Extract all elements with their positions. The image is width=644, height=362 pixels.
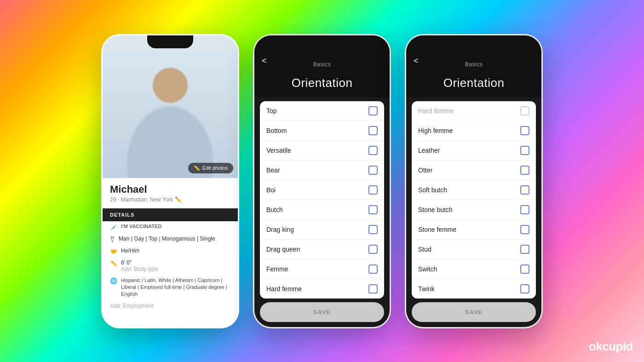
logo-text: okcupid [589,339,633,353]
add-employment-text: Add: Employment [110,303,154,309]
orientation-checkbox[interactable] [368,166,378,175]
orientation-item[interactable]: Otter [412,161,536,180]
vaccinated-item: 💉 I'M VACCINATED [103,221,238,233]
pronouns-icon: 🤝 [110,248,117,255]
orientation-item[interactable]: Stone femme [412,220,536,240]
orientation-checkbox[interactable] [520,284,529,293]
add-body-type[interactable]: Add: Body type [121,266,158,272]
phone3-basics-label: Basics [465,61,483,68]
phones-container: ✏️ Edit photos Michael 29 · Manhattan, N… [0,0,644,362]
profile-image: ✏️ Edit photos [103,35,238,178]
orientation-label: Boi [266,186,276,194]
orientation-title-bar-2: Orientation [406,72,541,98]
height-text: 6' 0" [121,259,158,266]
orientation-item[interactable]: Switch [412,259,536,279]
orientation-checkbox[interactable] [368,106,378,115]
orientation-item[interactable]: Leather [412,141,536,161]
orientation-label: Stud [418,246,431,253]
save-button-2[interactable]: SAVE [412,302,536,322]
orientation-item[interactable]: Butch [260,200,384,220]
orientation-item[interactable]: Bear [260,161,384,180]
orientation-checkbox[interactable] [520,106,529,115]
orientation-checkbox[interactable] [520,264,529,274]
phone-orientation-1: < Basics Orientation TopBottomVersatileB… [253,34,391,328]
orientation-label: Butch [266,206,283,213]
notch-3 [451,35,497,48]
attributes-text: Man | Gay | Top | Monogamous | Single [119,236,215,242]
orientation-label: Bottom [266,127,287,134]
orientation-label: Drag queen [266,246,300,253]
ethnicity-item: 🌐 Hispanic / Latin, White | Atheism | Ca… [103,275,238,300]
orientation-item[interactable]: Versatile [260,141,384,161]
edit-photos-label: Edit photos [202,165,228,171]
phone-orientation-2: < Basics Orientation Hard femmeHigh femm… [405,34,543,328]
orientation-title-1: Orientation [262,76,382,90]
orientation-checkbox[interactable] [368,264,378,274]
camera-icon: ✏️ [194,165,200,171]
orientation-label: Twink [418,285,435,293]
profile-name: Michael [110,184,230,195]
orientation-checkbox[interactable] [520,245,529,254]
orientation-item[interactable]: Drag queen [260,240,384,259]
orientation-checkbox[interactable] [520,205,529,214]
orientation-label: Leather [418,147,440,154]
details-header: DETAILS [103,208,238,221]
orientation-label: Bear [266,167,280,174]
orientation-label: Switch [418,265,437,273]
orientation-item[interactable]: Stone butch [412,200,536,220]
age-location: 29 · Manhattan, New York [110,196,173,203]
phone-profile: ✏️ Edit photos Michael 29 · Manhattan, N… [101,34,239,328]
orientation-item[interactable]: Twink [412,279,536,299]
orientation-item[interactable]: Hard femme [260,279,384,299]
orientation-label: Hard femme [418,107,454,115]
orientation-label: Otter [418,167,432,174]
orientation-item[interactable]: Femme [260,259,384,279]
globe-icon: 🌐 [110,277,117,284]
orientation-item: Hard femme [412,101,536,121]
back-button-2[interactable]: < [414,56,419,66]
orientation-checkbox[interactable] [368,284,378,293]
orientation-checkbox[interactable] [368,245,378,254]
orientation-item[interactable]: Stud [412,240,536,259]
orientation-title-bar-1: Orientation [254,72,390,98]
orientation-checkbox[interactable] [520,126,529,135]
height-item: 📏 6' 0" Add: Body type [103,257,238,275]
orientation-label: Stone butch [418,206,453,213]
notch-1 [147,35,193,48]
orientation-list-1: TopBottomVersatileBearBoiButchDrag kingD… [260,101,384,299]
orientation-item[interactable]: Drag king [260,220,384,240]
orientation-item[interactable]: Soft butch [412,180,536,200]
orientation-item[interactable]: Boi [260,180,384,200]
height-icon: 📏 [110,260,117,267]
orientation-item[interactable]: Top [260,101,384,121]
profile-sub: 29 · Manhattan, New York ✏️ [110,196,230,203]
add-employment-item[interactable]: Add: Employment [103,300,238,311]
attributes-item: ⚧ Man | Gay | Top | Monogamous | Single [103,233,238,245]
orientation-checkbox[interactable] [368,146,378,155]
vaccinated-text: I'M VACCINATED [121,224,161,229]
orientation-item[interactable]: High femme [412,121,536,141]
orientation-label: High femme [418,127,453,134]
edit-photos-button[interactable]: ✏️ Edit photos [188,163,233,173]
pronouns-text: He/Him [121,247,139,254]
orientation-checkbox[interactable] [368,225,378,234]
orientation-label: Soft butch [418,186,447,194]
orientation-label: Versatile [266,147,291,154]
orientation-checkbox[interactable] [368,205,378,214]
back-button-1[interactable]: < [262,56,267,66]
pronouns-item: 🤝 He/Him [103,245,238,257]
edit-location-icon[interactable]: ✏️ [175,196,182,203]
orientation-item[interactable]: Bottom [260,121,384,141]
orientation-checkbox[interactable] [520,166,529,175]
orientation-checkbox[interactable] [520,225,529,234]
orientation-checkbox[interactable] [520,146,529,155]
save-button-1[interactable]: SAVE [260,302,384,322]
orientation-checkbox[interactable] [368,126,378,135]
attributes-icon: ⚧ [110,236,115,243]
ethnicity-text: Hispanic / Latin, White | Atheism | Capr… [121,277,230,298]
orientation-title-2: Orientation [414,76,534,90]
phone2-basics-label: Basics [313,61,331,68]
orientation-checkbox[interactable] [368,185,378,195]
orientation-label: Hard femme [266,285,302,293]
orientation-checkbox[interactable] [520,185,529,195]
